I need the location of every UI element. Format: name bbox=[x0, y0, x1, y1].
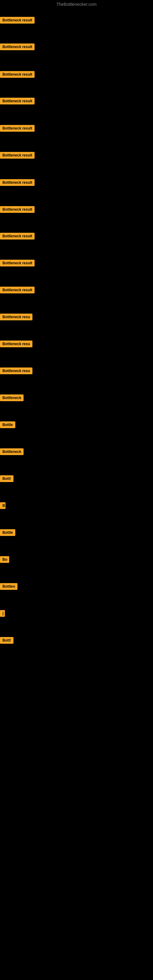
bottleneck-badge-3[interactable]: Bottleneck result bbox=[0, 71, 35, 78]
bottleneck-badge-23[interactable]: | bbox=[0, 610, 5, 617]
bottleneck-badge-7[interactable]: Bottleneck result bbox=[0, 179, 35, 186]
bottleneck-badge-15[interactable]: Bottleneck bbox=[0, 395, 24, 401]
site-title: TheBottlenecker.com bbox=[0, 0, 153, 9]
bottleneck-badge-13[interactable]: Bottleneck resu bbox=[0, 340, 32, 347]
bottleneck-badge-20[interactable]: Bottle bbox=[0, 529, 15, 536]
bottleneck-badge-2[interactable]: Bottleneck result bbox=[0, 43, 35, 50]
bottleneck-badge-1[interactable]: Bottleneck result bbox=[0, 17, 35, 24]
bottleneck-badge-22[interactable]: Bottlen bbox=[0, 583, 18, 590]
bottleneck-badge-19[interactable]: B bbox=[0, 502, 5, 509]
bottleneck-badge-11[interactable]: Bottleneck result bbox=[0, 286, 35, 293]
bottleneck-badge-12[interactable]: Bottleneck resu bbox=[0, 313, 32, 320]
bottleneck-badge-18[interactable]: Bott! bbox=[0, 475, 13, 482]
bottleneck-badge-21[interactable]: Bo bbox=[0, 556, 9, 563]
bottleneck-badge-14[interactable]: Bottleneck resu bbox=[0, 368, 32, 374]
bottleneck-badge-6[interactable]: Bottleneck result bbox=[0, 152, 35, 159]
bottleneck-badge-24[interactable]: Bott! bbox=[0, 637, 13, 644]
bottleneck-badge-17[interactable]: Bottleneck bbox=[0, 449, 24, 455]
bottleneck-badge-4[interactable]: Bottleneck result bbox=[0, 98, 35, 105]
bottleneck-badge-5[interactable]: Bottleneck result bbox=[0, 125, 35, 132]
bottleneck-badge-16[interactable]: Bottle bbox=[0, 422, 15, 428]
bottleneck-badge-8[interactable]: Bottleneck result bbox=[0, 206, 35, 213]
bottleneck-badge-10[interactable]: Bottleneck result bbox=[0, 260, 35, 266]
bottleneck-badge-9[interactable]: Bottleneck result bbox=[0, 233, 35, 240]
